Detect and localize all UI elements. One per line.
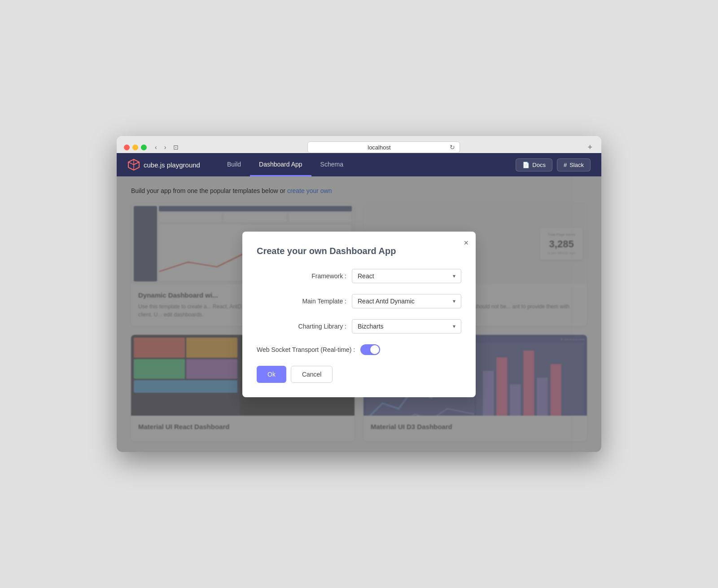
modal-title: Create your own Dashboard App (257, 246, 461, 256)
maximize-traffic-light[interactable] (141, 145, 147, 150)
framework-value: React (358, 272, 449, 280)
close-traffic-light[interactable] (124, 145, 130, 150)
url-bar[interactable]: localhost ↻ (307, 141, 460, 153)
tab-schema[interactable]: Schema (311, 154, 352, 176)
main-content: Build your app from one the popular temp… (117, 176, 601, 452)
new-tab-button[interactable]: + (586, 143, 594, 152)
url-text: localhost (312, 144, 446, 151)
charting-library-control: Bizcharts ▾ (352, 319, 461, 333)
framework-select[interactable]: React ▾ (352, 269, 461, 283)
slack-label: Slack (569, 162, 584, 168)
browser-titlebar: ‹ › ⊡ localhost ↻ + (124, 141, 594, 153)
logo-area: cube.js playground (127, 158, 200, 171)
refresh-icon[interactable]: ↻ (450, 144, 455, 151)
modal-close-button[interactable]: × (464, 239, 468, 247)
modal-actions: Ok Cancel (257, 366, 461, 383)
websocket-row: Web Socket Transport (Real-time) : (257, 344, 461, 355)
sidebar-button[interactable]: ⊡ (171, 143, 181, 152)
modal-overlay: × Create your own Dashboard App Framewor… (117, 176, 601, 452)
slack-icon: # (564, 162, 567, 168)
tab-build[interactable]: Build (218, 154, 250, 176)
charting-library-arrow-icon: ▾ (453, 323, 455, 329)
forward-button[interactable]: › (162, 143, 169, 152)
main-template-row: Main Template : React Antd Dynamic ▾ (257, 294, 461, 308)
nav-tabs: Build Dashboard App Schema (218, 154, 516, 176)
main-template-value: React Antd Dynamic (358, 298, 449, 305)
websocket-label: Web Socket Transport (Real-time) : (257, 346, 355, 353)
websocket-control (360, 344, 461, 355)
main-template-control: React Antd Dynamic ▾ (352, 294, 461, 308)
ok-button[interactable]: Ok (257, 366, 286, 383)
slack-button[interactable]: # Slack (557, 158, 591, 171)
docs-button[interactable]: 📄 Docs (516, 158, 552, 171)
minimize-traffic-light[interactable] (132, 145, 138, 150)
framework-label: Framework : (257, 272, 346, 280)
charting-library-label: Charting Library : (257, 323, 346, 330)
docs-icon: 📄 (522, 162, 530, 168)
framework-row: Framework : React ▾ (257, 269, 461, 283)
main-template-select[interactable]: React Antd Dynamic ▾ (352, 294, 461, 308)
browser-chrome: ‹ › ⊡ localhost ↻ + (117, 136, 601, 153)
cancel-button[interactable]: Cancel (291, 366, 333, 383)
tab-dashboard-app[interactable]: Dashboard App (250, 154, 311, 176)
back-button[interactable]: ‹ (152, 143, 160, 152)
app-navbar: cube.js playground Build Dashboard App S… (117, 153, 601, 176)
charting-library-select[interactable]: Bizcharts ▾ (352, 319, 461, 333)
traffic-lights (124, 145, 147, 150)
toggle-knob (370, 345, 379, 354)
charting-library-row: Charting Library : Bizcharts ▾ (257, 319, 461, 333)
logo-text: cube.js playground (144, 161, 200, 169)
framework-arrow-icon: ▾ (453, 273, 455, 279)
charting-library-value: Bizcharts (358, 323, 449, 330)
cube-logo-icon (127, 158, 140, 171)
docs-label: Docs (532, 162, 546, 168)
nav-buttons: ‹ › ⊡ (152, 143, 181, 152)
browser-window: ‹ › ⊡ localhost ↻ + cube.js playground (117, 136, 601, 452)
main-template-label: Main Template : (257, 298, 346, 305)
url-bar-container: localhost ↻ (187, 141, 580, 153)
main-template-arrow-icon: ▾ (453, 298, 455, 304)
framework-control: React ▾ (352, 269, 461, 283)
create-dashboard-modal: × Create your own Dashboard App Framewor… (242, 232, 476, 397)
websocket-toggle[interactable] (360, 344, 380, 355)
navbar-actions: 📄 Docs # Slack (516, 158, 591, 171)
